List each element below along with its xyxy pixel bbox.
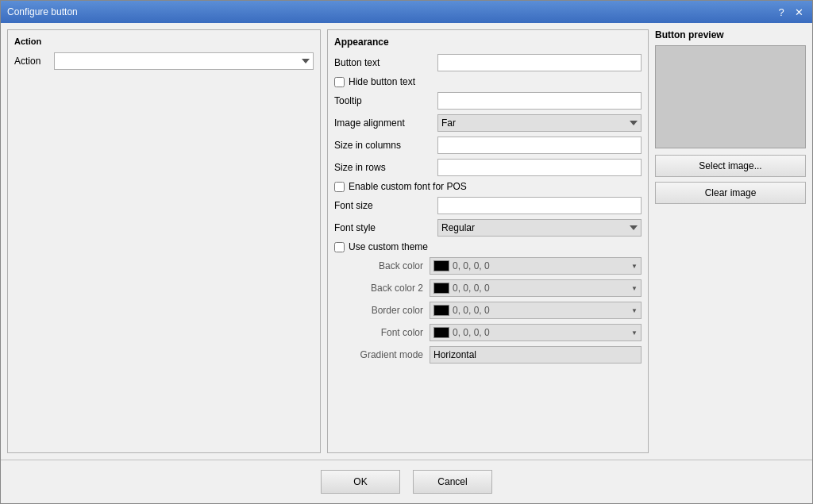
appearance-label: Appearance bbox=[334, 37, 642, 48]
font-color-select[interactable]: 0, 0, 0, 0 bbox=[430, 324, 642, 341]
hide-button-text-label: Hide button text bbox=[349, 76, 415, 87]
border-color-select[interactable]: 0, 0, 0, 0 bbox=[430, 302, 642, 319]
custom-theme-checkbox[interactable] bbox=[334, 242, 345, 252]
image-alignment-label: Image alignment bbox=[334, 117, 437, 129]
back-color-value: 0, 0, 0, 0 bbox=[453, 260, 490, 271]
close-button[interactable]: ✕ bbox=[792, 5, 806, 19]
back-color2-row: Back color 2 0, 0, 0, 0 bbox=[334, 279, 642, 297]
size-rows-label: Size in rows bbox=[334, 162, 437, 173]
size-rows-input[interactable]: 1 bbox=[437, 159, 642, 176]
select-image-button[interactable]: Select image... bbox=[655, 155, 806, 177]
button-text-label: Button text bbox=[334, 57, 437, 68]
image-alignment-select[interactable]: Far Near Center bbox=[437, 114, 642, 132]
back-color-row: Back color 0, 0, 0, 0 bbox=[334, 257, 642, 275]
back-color2-select[interactable]: 0, 0, 0, 0 bbox=[430, 279, 642, 297]
font-size-label: Font size bbox=[334, 200, 437, 211]
gradient-mode-row: Gradient mode Horizontal Vertical None bbox=[334, 346, 642, 364]
button-preview-area bbox=[655, 45, 806, 148]
preview-panel: Button preview Select image... Clear ima… bbox=[655, 29, 806, 453]
custom-theme-row: Use custom theme bbox=[334, 241, 642, 252]
button-text-input[interactable] bbox=[437, 54, 642, 71]
gradient-mode-label: Gradient mode bbox=[350, 349, 430, 360]
back-color2-label: Back color 2 bbox=[350, 283, 430, 294]
custom-font-row: Enable custom font for POS bbox=[334, 181, 642, 192]
border-color-row: Border color 0, 0, 0, 0 bbox=[334, 302, 642, 319]
gradient-mode-select[interactable]: Horizontal Vertical None bbox=[430, 346, 642, 364]
back-color2-value: 0, 0, 0, 0 bbox=[453, 283, 490, 294]
preview-label: Button preview bbox=[655, 29, 806, 40]
configure-button-window: Configure button ? ✕ Action Action Appea… bbox=[0, 0, 813, 504]
back-color-label: Back color bbox=[350, 260, 430, 271]
hide-button-text-checkbox[interactable] bbox=[334, 77, 345, 87]
font-size-input[interactable]: 12 bbox=[437, 197, 642, 214]
window-title: Configure button bbox=[7, 6, 78, 17]
font-color-value: 0, 0, 0, 0 bbox=[453, 327, 490, 338]
clear-image-button[interactable]: Clear image bbox=[655, 182, 806, 204]
font-style-row: Font style Regular Bold Italic Bold Ital… bbox=[334, 219, 642, 237]
size-columns-row: Size in columns 1 bbox=[334, 137, 642, 154]
font-size-row: Font size 12 bbox=[334, 197, 642, 214]
action-panel: Action Action bbox=[7, 29, 321, 453]
image-alignment-row: Image alignment Far Near Center bbox=[334, 114, 642, 132]
action-panel-label: Action bbox=[14, 37, 314, 46]
tooltip-row: Tooltip bbox=[334, 92, 642, 110]
back-color2-swatch bbox=[433, 283, 449, 294]
action-select[interactable] bbox=[54, 52, 314, 70]
font-style-label: Font style bbox=[334, 222, 437, 233]
ok-button[interactable]: OK bbox=[321, 470, 400, 494]
title-bar-buttons: ? ✕ bbox=[774, 5, 806, 19]
help-button[interactable]: ? bbox=[774, 5, 788, 19]
size-columns-label: Size in columns bbox=[334, 140, 437, 151]
custom-theme-label: Use custom theme bbox=[349, 241, 428, 252]
action-field-row: Action bbox=[14, 52, 314, 70]
custom-font-label: Enable custom font for POS bbox=[349, 181, 467, 192]
border-color-label: Border color bbox=[350, 305, 430, 316]
back-color-swatch bbox=[433, 260, 449, 271]
content-area: Action Action Appearance Button text Hid… bbox=[1, 23, 812, 460]
title-bar: Configure button ? ✕ bbox=[1, 1, 812, 23]
border-color-value: 0, 0, 0, 0 bbox=[453, 305, 490, 316]
font-color-swatch bbox=[433, 327, 449, 338]
cancel-button[interactable]: Cancel bbox=[413, 470, 492, 494]
footer-bar: OK Cancel bbox=[1, 460, 812, 503]
tooltip-label: Tooltip bbox=[334, 95, 437, 106]
back-color-select[interactable]: 0, 0, 0, 0 bbox=[430, 257, 642, 275]
appearance-panel: Appearance Button text Hide button text … bbox=[327, 29, 649, 453]
size-columns-input[interactable]: 1 bbox=[437, 137, 642, 154]
size-rows-row: Size in rows 1 bbox=[334, 159, 642, 176]
border-color-swatch bbox=[433, 305, 449, 316]
button-text-row: Button text bbox=[334, 54, 642, 71]
tooltip-input[interactable] bbox=[437, 92, 642, 110]
action-label: Action bbox=[14, 56, 54, 67]
custom-font-checkbox[interactable] bbox=[334, 182, 345, 192]
hide-button-text-row: Hide button text bbox=[334, 76, 642, 87]
font-style-select[interactable]: Regular Bold Italic Bold Italic bbox=[437, 219, 642, 237]
font-color-label: Font color bbox=[350, 327, 430, 338]
font-color-row: Font color 0, 0, 0, 0 bbox=[334, 324, 642, 341]
